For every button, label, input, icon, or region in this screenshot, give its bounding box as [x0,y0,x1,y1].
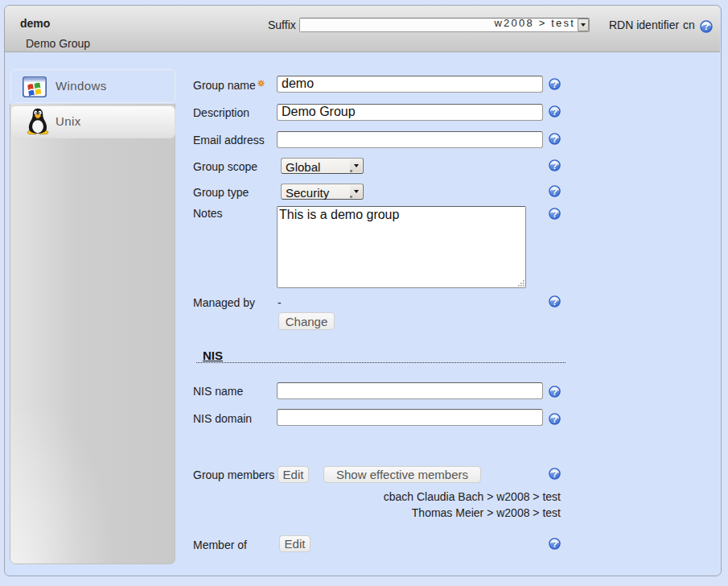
svg-text:?: ? [552,469,557,479]
svg-text:?: ? [552,539,557,549]
svg-text:?: ? [552,187,557,196]
svg-text:?: ? [552,134,557,144]
svg-text:?: ? [552,387,557,397]
svg-text:?: ? [552,415,557,424]
svg-text:?: ? [552,161,557,171]
svg-text:?: ? [552,209,557,219]
svg-text:?: ? [703,21,709,32]
svg-text:?: ? [552,80,557,89]
svg-text:?: ? [552,107,557,117]
svg-text:?: ? [552,297,557,307]
